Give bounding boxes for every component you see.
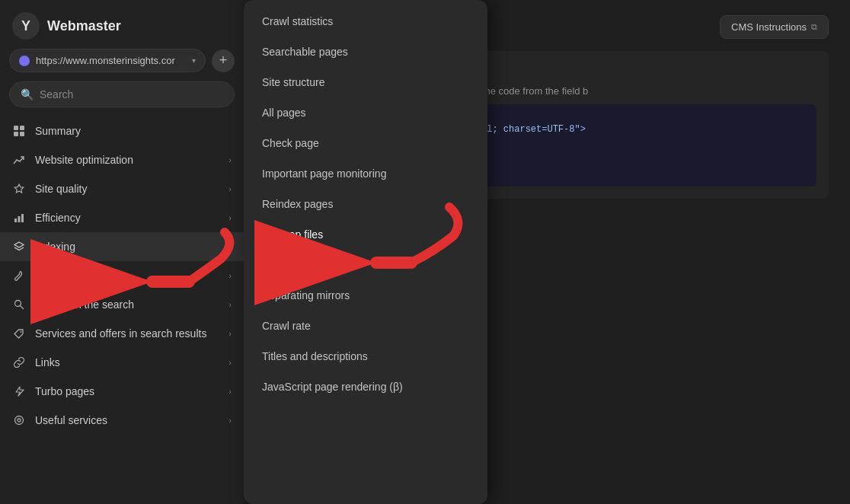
link-icon [12, 356, 26, 369]
chevron-icon: › [228, 300, 232, 309]
search-box: 🔍 [9, 81, 235, 107]
star-icon [12, 182, 26, 196]
submenu-item-separating-mirrors[interactable]: Separating mirrors [244, 280, 487, 311]
sidebar-item-display-search[interactable]: Display in the search › [0, 290, 244, 319]
chevron-icon: › [228, 155, 232, 164]
turbo-pages-label: Turbo pages [35, 385, 219, 397]
sidebar-item-indexing[interactable]: Indexing › [0, 232, 244, 261]
summary-label: Summary [35, 125, 232, 137]
sidebar-header: Y Webmaster [0, 0, 244, 49]
submenu-item-crawl-statistics[interactable]: Crawl statistics [244, 6, 487, 37]
wrench2-icon [12, 413, 26, 427]
submenu-item-js-rendering[interactable]: JavaScript page rendering (β) [244, 372, 487, 402]
svg-rect-1 [20, 126, 24, 130]
sidebar-item-services-offers[interactable]: Services and offers in search results › [0, 319, 244, 348]
webmaster-logo: Y [12, 12, 40, 40]
chart-up-icon [12, 153, 26, 167]
wrench-icon [12, 269, 26, 282]
indexing-submenu: Crawl statistics Searchable pages Site s… [244, 0, 487, 504]
submenu-item-titles-descriptions[interactable]: Titles and descriptions [244, 341, 487, 372]
chevron-icon: › [228, 329, 232, 338]
chevron-icon: › [228, 184, 232, 193]
svg-rect-0 [14, 126, 18, 130]
bolt-icon [12, 384, 26, 398]
app-title: Webmaster [47, 18, 121, 34]
sidebar-item-tools[interactable]: Tools › [0, 261, 244, 290]
submenu-item-all-pages[interactable]: All pages [244, 97, 487, 128]
sidebar: Y Webmaster https://www.monsterinsights.… [0, 0, 244, 504]
submenu-item-check-page[interactable]: Check page [244, 128, 487, 158]
search-input[interactable] [40, 88, 223, 100]
svg-rect-4 [14, 219, 17, 222]
bar-chart-icon [12, 211, 26, 225]
website-optimization-label: Website optimization [35, 154, 219, 166]
site-quality-label: Site quality [35, 183, 219, 195]
cms-button-label: CMS Instructions [731, 21, 807, 33]
chevron-icon: › [228, 387, 232, 396]
svg-point-11 [18, 419, 21, 422]
svg-rect-2 [14, 132, 18, 136]
submenu-item-site-structure[interactable]: Site structure [244, 67, 487, 97]
sidebar-item-turbo-pages[interactable]: Turbo pages › [0, 377, 244, 406]
useful-services-label: Useful services [35, 414, 219, 426]
sidebar-item-site-quality[interactable]: Site quality › [0, 174, 244, 203]
submenu-item-tags-crawl[interactable]: Tags crawl [244, 250, 487, 280]
tag-icon [12, 327, 26, 340]
submenu-item-reindex-pages[interactable]: Reindex pages [244, 189, 487, 219]
sidebar-item-efficiency[interactable]: Efficiency › [0, 203, 244, 232]
svg-rect-6 [21, 214, 24, 222]
svg-rect-5 [18, 216, 21, 222]
svg-point-10 [15, 416, 24, 425]
site-dropdown[interactable]: https://www.monsterinsights.cor ▾ [9, 49, 206, 72]
services-offers-label: Services and offers in search results [35, 327, 219, 340]
display-search-label: Display in the search [35, 298, 219, 311]
submenu-item-sitemap-files[interactable]: Sitemap files [244, 219, 487, 250]
links-label: Links [35, 356, 219, 368]
nav-list: Summary Website optimization › Site qual… [0, 113, 244, 504]
cms-instructions-button[interactable]: CMS Instructions ⧉ [720, 15, 829, 39]
submenu-item-searchable-pages[interactable]: Searchable pages [244, 37, 487, 67]
external-link-icon: ⧉ [811, 22, 817, 32]
layers-icon [12, 240, 26, 254]
chevron-icon: › [228, 271, 232, 280]
search-display-icon [12, 298, 26, 311]
efficiency-label: Efficiency [35, 212, 219, 224]
svg-rect-3 [20, 132, 24, 136]
chevron-down-icon: ▾ [192, 56, 196, 65]
add-site-button[interactable]: + [212, 49, 235, 72]
chevron-icon: › [228, 213, 232, 222]
chevron-icon: › [228, 416, 232, 425]
svg-point-9 [21, 331, 22, 333]
sidebar-item-useful-services[interactable]: Useful services › [0, 406, 244, 435]
sidebar-item-website-optimization[interactable]: Website optimization › [0, 145, 244, 174]
chevron-right-icon: › [228, 242, 232, 251]
sidebar-item-summary[interactable]: Summary [0, 116, 244, 145]
site-favicon-icon [19, 56, 30, 66]
chevron-icon: › [228, 358, 232, 367]
site-url-label: https://www.monsterinsights.cor [36, 55, 186, 66]
submenu-item-important-page-monitoring[interactable]: Important page monitoring [244, 158, 487, 189]
site-selector: https://www.monsterinsights.cor ▾ + [9, 49, 235, 72]
search-icon: 🔍 [21, 88, 34, 100]
indexing-label: Indexing [35, 241, 219, 253]
submenu-item-crawl-rate[interactable]: Crawl rate [244, 311, 487, 341]
grid-icon [12, 124, 26, 138]
svg-line-8 [21, 306, 24, 309]
tools-label: Tools [35, 270, 219, 282]
sidebar-item-links[interactable]: Links › [0, 348, 244, 377]
